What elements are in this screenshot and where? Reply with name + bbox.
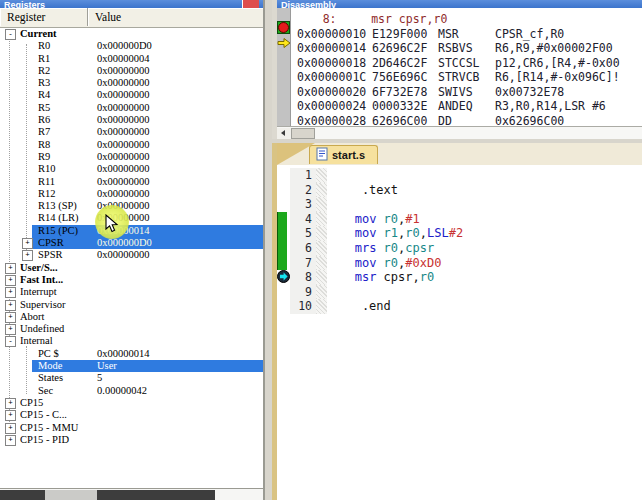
current-statement-marker[interactable] (277, 270, 290, 285)
disasm-row[interactable]: 0x00000010E129F000MSRCPSR_cf,R0 (291, 27, 642, 42)
breakpoint-margin[interactable] (277, 212, 290, 227)
register-value: 0x00000004 (97, 53, 150, 65)
breakpoint-margin[interactable] (277, 183, 290, 198)
scrollbar-segment[interactable] (0, 490, 45, 500)
disasm-row[interactable]: 0x000000206F732E78SWIVS0x00732E78 (291, 85, 642, 100)
register-row[interactable]: R70x00000000 (0, 126, 263, 138)
scrollbar-thumb[interactable] (45, 490, 97, 500)
register-row[interactable]: R110x00000000 (0, 176, 263, 188)
pc-arrow-icon[interactable] (277, 35, 291, 53)
disassembly-titlebar[interactable]: Disassembly (277, 0, 642, 8)
code-line[interactable]: 7 mov r0,#0xD0 (277, 256, 642, 271)
register-row[interactable]: R60x00000000 (0, 114, 263, 126)
register-row[interactable]: PC $0x00000014 (0, 348, 263, 360)
register-row[interactable]: R80x00000000 (0, 139, 263, 151)
register-row[interactable]: +CPSR0x000000D0 (0, 237, 263, 249)
register-name: CP15 - MMU (20, 422, 78, 434)
breakpoint-margin[interactable] (277, 226, 290, 241)
register-row[interactable]: +Interrupt (0, 286, 263, 298)
register-row[interactable]: +CP15 - PID (0, 434, 263, 446)
expand-icon[interactable]: + (5, 263, 16, 274)
register-row[interactable]: R100x00000000 (0, 163, 263, 175)
code-line[interactable]: 10 .end (277, 299, 642, 314)
register-value: 0x00000000 (97, 163, 150, 175)
code-line[interactable]: 3 (277, 197, 642, 212)
register-row[interactable]: R90x00000000 (0, 151, 263, 163)
register-row[interactable]: Sec0.00000042 (0, 385, 263, 397)
editor-body[interactable]: 12 .text34 mov r0,#15 mov r1,r0,LSL#26 m… (277, 165, 642, 500)
expand-icon[interactable]: + (5, 312, 16, 323)
register-row[interactable]: -Current (0, 28, 263, 40)
register-row[interactable]: +CP15 - MMU (0, 422, 263, 434)
register-row[interactable]: R14 (LR)0x00000000 (0, 212, 263, 224)
expand-icon[interactable]: + (5, 398, 16, 409)
expand-icon[interactable]: + (5, 410, 16, 421)
column-header-register[interactable]: Register (0, 8, 88, 26)
register-row[interactable]: +Abort (0, 311, 263, 323)
expand-icon[interactable]: + (5, 287, 16, 298)
scroll-left-button[interactable] (277, 128, 292, 139)
disasm-row[interactable]: 0x000000182D646C2FSTCCSLp12,CR6,[R4,#-0x… (291, 56, 642, 71)
register-row[interactable]: +User/S... (0, 262, 263, 274)
expand-icon[interactable]: + (5, 435, 16, 446)
column-header-value[interactable]: Value (88, 8, 263, 26)
register-row[interactable]: R40x00000000 (0, 89, 263, 101)
code-line[interactable]: 2 .text (277, 183, 642, 198)
scrollbar-segment[interactable] (97, 490, 215, 500)
register-row[interactable]: +Fast Int... (0, 274, 263, 286)
breakpoint-margin[interactable] (277, 299, 290, 314)
register-name: R3 (38, 77, 50, 89)
disassembly-hscrollbar[interactable] (277, 126, 642, 139)
scrollbar-thumb[interactable] (291, 128, 315, 139)
code-line[interactable]: 6 mrs r0,cpsr (277, 241, 642, 256)
register-name: R5 (38, 102, 50, 114)
register-row[interactable]: +CP15 - C... (0, 409, 263, 421)
register-row[interactable]: R15 (PC)0x00000014 (0, 225, 263, 237)
code-line[interactable]: 8 msr cpsr,r0 (277, 270, 642, 285)
disasm-row[interactable]: 0x000000240000332EANDEQR3,R0,R14,LSR #6 (291, 99, 642, 114)
disasm-row[interactable]: 0x0000001C756E696CSTRVCBR6,[R14,#-0x096C… (291, 70, 642, 85)
register-row[interactable]: R120x00000000 (0, 188, 263, 200)
code-line[interactable]: 5 mov r1,r0,LSL#2 (277, 226, 642, 241)
register-row[interactable]: R00x000000D0 (0, 40, 263, 52)
register-row[interactable]: R50x00000000 (0, 102, 263, 114)
register-row[interactable]: -Internal (0, 335, 263, 347)
code-line[interactable]: 9 (277, 285, 642, 300)
disassembly-gutter[interactable] (277, 8, 291, 127)
register-row[interactable]: ModeUser (0, 360, 263, 372)
expand-icon[interactable]: + (22, 238, 33, 249)
register-row[interactable]: +CP15 (0, 397, 263, 409)
register-row[interactable]: +Supervisor (0, 299, 263, 311)
register-value: 0x00000000 (97, 249, 150, 261)
close-icon[interactable] (242, 0, 259, 8)
disasm-row[interactable]: 0x0000002862696C00DD0x62696C00 (291, 114, 642, 128)
register-row[interactable]: +SPSR0x00000000 (0, 249, 263, 261)
register-name: R2 (38, 65, 50, 77)
breakpoint-margin[interactable] (277, 168, 290, 183)
collapse-icon[interactable]: - (5, 29, 16, 40)
tab-start-s[interactable]: start.s (309, 145, 378, 164)
expand-icon[interactable]: + (22, 250, 33, 261)
registers-hscrollbar[interactable] (0, 488, 263, 500)
breakpoint-margin[interactable] (277, 197, 290, 212)
expand-icon[interactable]: + (5, 423, 16, 434)
register-row[interactable]: R30x00000000 (0, 77, 263, 89)
register-row[interactable]: States5 (0, 372, 263, 384)
disasm-row[interactable]: 0x0000001462696C2FRSBVSR6,R9,#0x00002F00 (291, 41, 642, 56)
collapse-icon[interactable]: - (5, 336, 16, 347)
registers-titlebar[interactable]: Registers (0, 0, 263, 8)
code-token: msr (355, 270, 377, 284)
breakpoint-margin[interactable] (277, 241, 290, 256)
register-row[interactable]: R13 (SP)0x00000000 (0, 200, 263, 212)
breakpoint-margin[interactable] (277, 256, 290, 271)
register-row[interactable]: +Undefined (0, 323, 263, 335)
register-row[interactable]: R20x00000000 (0, 65, 263, 77)
code-line[interactable]: 1 (277, 168, 642, 183)
expand-icon[interactable]: + (5, 275, 16, 286)
expand-icon[interactable]: + (5, 324, 16, 335)
disasm-mnemonic: RSBVS (438, 41, 495, 56)
code-line[interactable]: 4 mov r0,#1 (277, 212, 642, 227)
breakpoint-margin[interactable] (277, 285, 290, 300)
register-row[interactable]: R10x00000004 (0, 53, 263, 65)
expand-icon[interactable]: + (5, 300, 16, 311)
